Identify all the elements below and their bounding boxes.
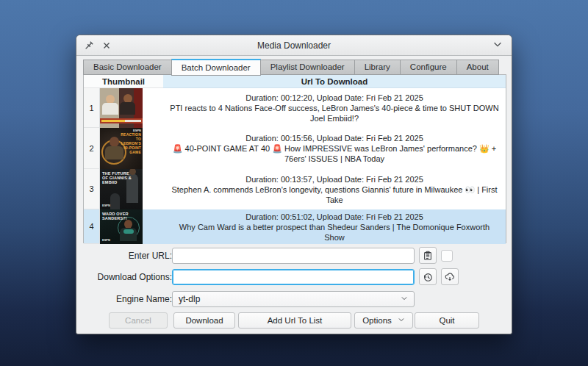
download-options-label: Download Options: — [84, 272, 172, 282]
paste-clipboard-button[interactable] — [419, 247, 437, 264]
engine-select-value: yt-dlp — [179, 294, 200, 304]
tab-about[interactable]: About — [456, 60, 499, 75]
url-checkbox[interactable] — [441, 250, 453, 262]
download-options-input[interactable] — [173, 270, 414, 284]
video-meta: Duration: 00:51:02, Upload Date: Fri Feb… — [245, 212, 423, 222]
video-title: Stephen A. commends LeBron's longevity, … — [169, 184, 500, 205]
video-title: Why Cam Ward is a better prospect than S… — [169, 222, 500, 243]
enter-url-label: Enter URL: — [84, 251, 172, 261]
column-header-thumbnail: Thumbnail — [84, 75, 163, 88]
row-number: 4 — [84, 209, 100, 244]
table-header-row: Thumbnail Url To Download — [84, 75, 506, 88]
window-title: Media Downloader — [76, 40, 512, 51]
download-button[interactable]: Download — [173, 312, 235, 329]
desktop-background: Media Downloader Basic Downloader Batch … — [0, 0, 588, 366]
tab-configure[interactable]: Configure — [400, 60, 456, 75]
tab-library[interactable]: Library — [354, 60, 400, 75]
video-thumbnail: ESPN REACTION TO LEBRON'S 40-POINT GAME — [100, 128, 143, 169]
cancel-button: Cancel — [109, 312, 168, 329]
video-thumbnail — [100, 88, 143, 128]
titlebar[interactable]: Media Downloader — [76, 35, 512, 56]
column-header-url: Url To Download — [163, 75, 506, 88]
video-info-cell: Duration: 00:13:57, Upload Date: Fri Feb… — [163, 169, 506, 209]
quit-button[interactable]: Quit — [415, 312, 479, 329]
url-input[interactable] — [173, 248, 414, 263]
thumbnail-cell: THE FUTURE OF GIANNIS & EMBIID ESPN — [100, 169, 163, 209]
media-downloader-window: Media Downloader Basic Downloader Batch … — [76, 35, 512, 334]
table-row[interactable]: 3 THE FUTURE OF GIANNIS & EMBIID ESPN Du… — [84, 169, 506, 209]
url-input-wrap — [172, 248, 415, 264]
video-meta: Duration: 00:15:56, Upload Date: Fri Feb… — [245, 133, 423, 143]
download-defaults-button[interactable] — [441, 268, 459, 285]
thumbnail-cell — [100, 88, 163, 128]
table-row[interactable]: 1 Duration: 00:12:20, Upload Date: Fri F… — [84, 88, 506, 128]
tab-playlist-downloader[interactable]: Playlist Downloader — [261, 60, 354, 75]
video-meta: Duration: 00:13:57, Upload Date: Fri Feb… — [245, 174, 423, 184]
tab-bar: Basic Downloader Batch Downloader Playli… — [83, 59, 499, 75]
table-row[interactable]: 2 ESPN REACTION TO LEBRON'S 40-POINT GAM… — [84, 128, 506, 169]
video-info-cell: Duration: 00:12:20, Upload Date: Fri Feb… — [163, 88, 506, 128]
row-number: 2 — [84, 128, 100, 169]
options-dropdown-button[interactable]: Options — [354, 312, 413, 329]
video-title: 🚨 40-POINT GAME AT 40 🚨 How IMPRESSIVE w… — [169, 143, 500, 164]
chevron-down-icon — [401, 294, 408, 304]
table-row-selected[interactable]: 4 WARD OVER SANDERS?! ESPN Duration: 00:… — [84, 209, 506, 244]
thumbnail-cell: WARD OVER SANDERS?! ESPN — [100, 209, 163, 244]
tab-basic-downloader[interactable]: Basic Downloader — [83, 60, 171, 75]
engine-select[interactable]: yt-dlp — [172, 291, 415, 307]
row-number: 3 — [84, 169, 100, 209]
options-history-button[interactable] — [419, 268, 437, 285]
tab-batch-downloader[interactable]: Batch Downloader — [171, 59, 261, 76]
thumbnail-cell: ESPN REACTION TO LEBRON'S 40-POINT GAME — [100, 128, 163, 169]
download-list-table: Thumbnail Url To Download 1 Duration: 00… — [83, 74, 506, 243]
video-title: PTI reacts to 4 Nations Face-Off success… — [169, 103, 500, 123]
download-options-input-wrap — [172, 269, 415, 285]
video-thumbnail: THE FUTURE OF GIANNIS & EMBIID ESPN — [100, 169, 143, 209]
video-info-cell: Duration: 00:51:02, Upload Date: Fri Feb… — [163, 209, 506, 244]
chevron-down-icon — [398, 316, 405, 325]
row-number: 1 — [84, 88, 100, 128]
video-meta: Duration: 00:12:20, Upload Date: Fri Feb… — [245, 93, 423, 103]
engine-name-label: Engine Name: — [84, 294, 172, 304]
video-info-cell: Duration: 00:15:56, Upload Date: Fri Feb… — [163, 128, 506, 169]
add-url-to-list-button[interactable]: Add Url To List — [238, 312, 351, 329]
video-thumbnail: WARD OVER SANDERS?! ESPN — [100, 209, 143, 244]
